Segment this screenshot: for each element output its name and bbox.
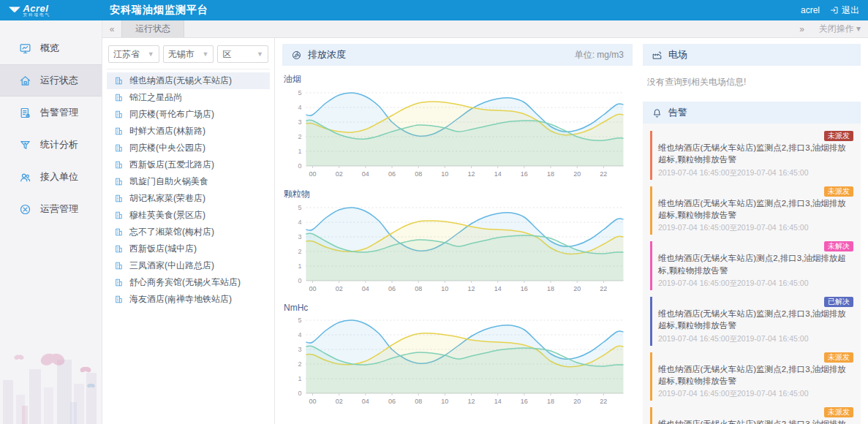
tab-running-status[interactable]: 运行状态 [121, 20, 184, 37]
alarm-item[interactable]: 未解决维也纳酒店(无锡火车站店)测点2,排口3,油烟排放超标,颗粒物排放告警20… [650, 241, 853, 290]
sidebar-item-运营管理[interactable]: 运营管理 [0, 193, 102, 225]
svg-text:3: 3 [298, 118, 301, 126]
alarm-time: 2019-07-04 16:45:00至2019-07-04 16:45:00 [658, 334, 853, 344]
city-select[interactable]: 无锡市 ▼ [163, 45, 214, 63]
building-icon [114, 211, 124, 220]
svg-text:00: 00 [309, 170, 317, 178]
svg-text:08: 08 [415, 398, 422, 405]
store-item[interactable]: 忘不了湘菜馆(梅村店) [107, 224, 270, 241]
sidebar-item-label: 运营管理 [40, 202, 78, 216]
username[interactable]: acrel [801, 5, 820, 15]
store-item[interactable]: 时鲜大酒店(林新路) [107, 123, 270, 140]
building-icon [114, 244, 124, 254]
store-item[interactable]: 西新饭店(五爱北路店) [107, 156, 270, 173]
store-item[interactable]: 同庆楼(中央公园店) [107, 140, 270, 156]
svg-text:22: 22 [600, 170, 607, 178]
alarm-item[interactable]: 已解决维也纳酒店(无锡火车站店)监测点2,排口3,油烟排放超标,颗粒物排放告警2… [650, 297, 853, 346]
sidebar-item-统计分析[interactable]: 统计分析 [0, 129, 102, 161]
store-list: 维也纳酒店(无锡火车站店)锦江之星品尚同庆楼(哥伦布广场店)时鲜大酒店(林新路)… [107, 69, 270, 308]
svg-text:06: 06 [388, 170, 396, 178]
svg-text:10: 10 [441, 398, 448, 405]
svg-text:1: 1 [298, 375, 301, 382]
tab-actions-dropdown[interactable]: 关闭操作 ▾ [819, 23, 861, 35]
svg-text:18: 18 [547, 285, 554, 292]
svg-text:18: 18 [547, 170, 554, 178]
chart-title: NmHc [282, 300, 633, 314]
store-item[interactable]: 同庆楼(哥伦布广场店) [107, 106, 270, 123]
tab-bar: « 运行状态 » 关闭操作 ▾ [102, 20, 868, 38]
sidebar-item-概览[interactable]: 概览 [0, 32, 102, 64]
svg-text:20: 20 [573, 170, 581, 178]
sidebar-item-运行状态[interactable]: 运行状态 [0, 64, 102, 96]
alarm-manage-icon [19, 107, 31, 119]
building-icon [114, 160, 124, 170]
svg-text:16: 16 [521, 170, 528, 178]
store-item[interactable]: 凯旋门自助火锅美食 [107, 173, 270, 190]
svg-text:12: 12 [468, 398, 475, 405]
line-chart-颗粒物[interactable]: 012345000204060810121416182022 [282, 202, 633, 295]
svg-text:22: 22 [600, 398, 607, 405]
fan-icon [291, 50, 302, 61]
alarm-text: 维也纳酒店(无锡火车站店)监测点2,排口3,油烟排放超标,颗粒物排放告警 [658, 308, 853, 332]
svg-text:5: 5 [298, 317, 301, 324]
store-name: 时鲜大酒店(林新路) [129, 125, 205, 137]
store-name: 西新饭店(五爱北路店) [129, 159, 214, 171]
butterfly-icon [79, 364, 92, 377]
svg-text:02: 02 [336, 285, 343, 292]
svg-text:2: 2 [298, 133, 301, 140]
svg-text:22: 22 [600, 285, 607, 292]
sidebar-item-接入单位[interactable]: 接入单位 [0, 161, 102, 193]
svg-text:0: 0 [298, 390, 301, 397]
expand-panel-icon[interactable]: » [793, 24, 812, 34]
building-icon [114, 227, 124, 237]
svg-text:12: 12 [468, 285, 475, 292]
logo-flag-icon: ◥◤ [9, 5, 20, 13]
bell-icon [652, 107, 663, 118]
svg-text:06: 06 [388, 398, 396, 405]
building-icon [114, 143, 124, 153]
store-item[interactable]: 西新饭店(城中店) [107, 241, 270, 257]
store-item[interactable]: 锦江之星品尚 [107, 89, 270, 106]
svg-text:4: 4 [298, 219, 301, 226]
collapse-panel-icon[interactable]: « [102, 24, 121, 34]
alarm-status-badge: 未派发 [824, 407, 853, 417]
line-chart-油烟[interactable]: 012345000204060810121416182022 [282, 87, 633, 181]
building-icon [114, 295, 124, 304]
sidebar-item-告警管理[interactable]: 告警管理 [0, 96, 102, 129]
alarm-text: 维也纳酒店(无锡火车站店)监测点2,排口3,油烟排放超标,颗粒物排放告警 [658, 418, 853, 424]
units-icon [19, 171, 31, 183]
store-item[interactable]: 维也纳酒店(无锡火车站店) [107, 72, 270, 89]
page-title: 安科瑞油烟监测平台 [110, 4, 208, 17]
alarm-item[interactable]: 未派发维也纳酒店(无锡火车站店)监测点2,排口3,油烟排放超标,颗粒物排放告警2… [650, 352, 853, 401]
building-icon [114, 194, 124, 203]
alarm-text: 维也纳酒店(无锡火车站店)监测点2,排口3,油烟排放超标,颗粒物排放告警 [658, 363, 853, 387]
alarm-time: 2019-07-04 16:45:00至2019-07-04 16:45:00 [658, 223, 853, 233]
svg-text:3: 3 [298, 346, 301, 353]
city-value: 无锡市 [168, 48, 195, 61]
svg-text:14: 14 [494, 170, 502, 178]
store-item[interactable]: 海友酒店(南禅寺地铁站店) [107, 291, 270, 308]
field-empty-text: 没有查询到相关电场信息! [643, 66, 861, 102]
alarm-item[interactable]: 未派发维也纳酒店(无锡火车站店)监测点2,排口3,油烟排放超标,颗粒物排放告警2… [650, 407, 853, 424]
sidebar-item-label: 告警管理 [40, 106, 78, 119]
store-item[interactable]: 胡记私家菜(荣巷店) [107, 190, 270, 207]
province-select[interactable]: 江苏省 ▼ [108, 45, 159, 63]
svg-text:20: 20 [573, 285, 581, 292]
alarm-status-badge: 已解决 [824, 297, 853, 307]
line-chart-NmHc[interactable]: 012345000204060810121416182022 [282, 314, 633, 408]
district-select[interactable]: 区 ▼ [217, 45, 268, 63]
tab-label: 运行状态 [135, 23, 170, 35]
store-item[interactable]: 三凤酒家(中山路总店) [107, 257, 270, 274]
building-icon [114, 261, 124, 270]
emission-panel-header: 排放浓度 单位: mg/m3 [282, 44, 633, 66]
alarm-item[interactable]: 未派发维也纳酒店(无锡火车站店)监测点2,排口3,油烟排放超标,颗粒物排放告警2… [650, 186, 853, 235]
chart-title: 颗粒物 [282, 185, 633, 202]
store-item[interactable]: 穆桂英美食(景区店) [107, 207, 270, 224]
alarm-item[interactable]: 未派发维也纳酒店(无锡火车站店)监测点2,排口3,油烟排放超标,颗粒物排放告警2… [650, 131, 853, 180]
overview-icon [19, 42, 31, 55]
store-item[interactable]: 舒心商务宾馆(无锡火车站店) [107, 274, 270, 291]
logout-button[interactable]: 退出 [830, 4, 859, 17]
alarm-time: 2019-07-04 16:45:00至2019-07-04 16:45:00 [658, 389, 853, 399]
field-panel-header: 电场 [643, 44, 861, 66]
svg-text:14: 14 [494, 398, 502, 405]
